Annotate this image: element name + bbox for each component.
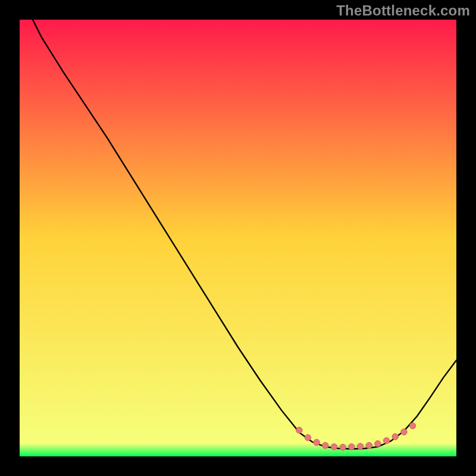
- plot-area: [20, 20, 456, 456]
- curve-marker: [375, 441, 381, 447]
- gradient-background: [20, 20, 456, 456]
- curve-marker: [331, 444, 337, 450]
- curve-marker: [409, 422, 415, 428]
- curve-marker: [305, 434, 311, 440]
- curve-marker: [349, 444, 355, 450]
- chart-container: { "watermark": "TheBottleneck.com", "col…: [0, 0, 476, 476]
- curve-marker: [296, 427, 302, 433]
- curve-marker: [314, 439, 320, 445]
- curve-marker: [401, 429, 407, 435]
- watermark-text: TheBottleneck.com: [336, 2, 470, 19]
- curve-marker: [383, 437, 389, 443]
- curve-marker: [366, 442, 372, 448]
- curve-marker: [392, 434, 398, 440]
- chart-svg: [20, 20, 456, 456]
- curve-marker: [322, 442, 328, 448]
- curve-marker: [357, 443, 363, 449]
- curve-marker: [340, 444, 346, 450]
